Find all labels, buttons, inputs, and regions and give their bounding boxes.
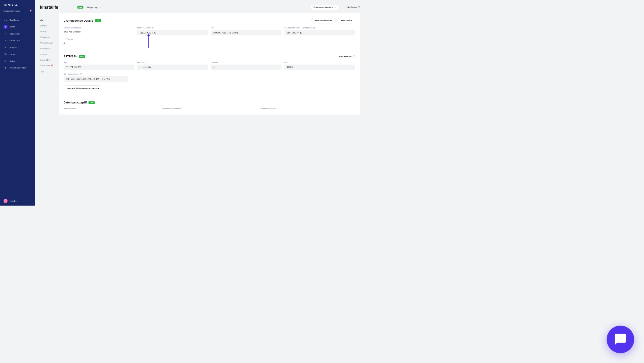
notifications-bell-icon[interactable] bbox=[29, 10, 31, 12]
subnav-info[interactable]: Info bbox=[35, 17, 59, 23]
svg-point-5 bbox=[5, 67, 6, 68]
live-badge: LIVE bbox=[95, 19, 101, 22]
migrations-icon bbox=[4, 32, 8, 36]
subnav-backups[interactable]: Backups bbox=[35, 28, 59, 34]
learn-more-link[interactable]: Mehr erfahren? bbox=[339, 55, 355, 57]
environment-actions-button[interactable]: Environment actions bbox=[310, 4, 340, 10]
password-label: Passwort bbox=[211, 61, 281, 63]
users-icon bbox=[4, 59, 8, 63]
nav-nutzer[interactable]: Nutzer bbox=[0, 58, 35, 64]
company-name: Awesome Company bbox=[4, 10, 20, 12]
main-nav: Dashboard Seiten Migrationen Kinsta DNS … bbox=[0, 15, 35, 196]
site-ip-label: Seiten IP Adresse? bbox=[137, 27, 208, 29]
subnav-ip-deny[interactable]: IP Deny bbox=[35, 51, 59, 57]
help-center-link[interactable]: Hilfe-Center? bbox=[346, 6, 360, 8]
svg-point-0 bbox=[5, 40, 5, 40]
main-sidebar: KINSTA Awesome Company Dashboard Seiten … bbox=[0, 0, 35, 206]
user-menu[interactable]: John Doe bbox=[0, 196, 35, 205]
nav-dashboard[interactable]: Dashboard bbox=[0, 17, 35, 23]
site-dropdown[interactable] bbox=[61, 6, 66, 8]
ssh-cmd-label: SSH Terminal Befehl? bbox=[64, 73, 128, 75]
chat-fab[interactable] bbox=[607, 326, 634, 353]
nav-analytics[interactable]: Analytics bbox=[0, 44, 35, 51]
location-value: Iowa (US Central) bbox=[64, 30, 134, 33]
nav-seiten[interactable]: Seiten bbox=[0, 23, 35, 30]
rename-site-button[interactable]: Seite umbenennen bbox=[311, 18, 336, 23]
home-icon bbox=[4, 18, 8, 22]
content: Grundlegende Details LIVE Seite umbenenn… bbox=[59, 13, 365, 206]
main-area: kinstalife LIVE Umgebung Environment act… bbox=[35, 0, 365, 206]
info-icon[interactable]: ? bbox=[313, 27, 315, 29]
username-value[interactable]: kinstalife bbox=[137, 65, 208, 70]
analytics-icon bbox=[4, 45, 8, 49]
site-subnav: Info Domains Backups Werkzeuge Weiterlei… bbox=[35, 13, 59, 206]
live-badge: LIVE bbox=[89, 101, 95, 104]
subnav-domains[interactable]: Domains bbox=[35, 23, 59, 29]
db-title: Datenbankzugriff bbox=[64, 101, 87, 104]
ssh-cmd-value[interactable]: ssh kinstalife@35.224.70.159 -p 47780 bbox=[64, 76, 128, 82]
site-title: kinstalife bbox=[40, 5, 58, 10]
svg-rect-3 bbox=[6, 54, 6, 55]
db-user-label: Datenbank Benutzername bbox=[162, 108, 257, 110]
subnav-kinsta-cdn[interactable]: Kinsta CDN bbox=[35, 57, 59, 63]
username-label: Nutzername bbox=[137, 61, 208, 63]
dns-icon bbox=[4, 39, 8, 43]
live-badge: LIVE bbox=[79, 55, 85, 58]
eye-icon bbox=[4, 66, 8, 70]
svg-point-1 bbox=[6, 41, 7, 41]
subnav-wp-plugins[interactable]: WP-Plugins bbox=[35, 46, 59, 51]
port-label: Port bbox=[284, 61, 355, 63]
host-label: Host bbox=[64, 61, 134, 63]
info-icon[interactable]: ? bbox=[80, 73, 82, 75]
env-dropdown[interactable]: Umgebung bbox=[87, 6, 101, 9]
path-value[interactable]: /www/kinstalife_268/p bbox=[211, 30, 281, 35]
svg-point-4 bbox=[5, 60, 6, 61]
logo: KINSTA bbox=[4, 3, 31, 7]
subnav-kinsta-apm[interactable]: Kinsta APM 📌 bbox=[35, 63, 59, 68]
nav-migrationen[interactable]: Migrationen bbox=[0, 30, 35, 37]
db-name-label: Datenbankname bbox=[64, 108, 159, 110]
chat-icon bbox=[614, 333, 627, 346]
info-icon[interactable]: ? bbox=[151, 27, 153, 29]
env-badge: LIVE bbox=[77, 6, 83, 9]
label-site-button[interactable]: Seite labeln bbox=[337, 18, 355, 23]
subnav-werkzeuge[interactable]: Werkzeuge bbox=[35, 34, 59, 40]
svg-rect-2 bbox=[5, 53, 6, 55]
pin-icon: 📌 bbox=[51, 64, 53, 67]
sites-icon bbox=[4, 25, 8, 29]
port-value[interactable]: 47780 bbox=[284, 65, 355, 70]
company-icon bbox=[4, 52, 8, 56]
nav-dns[interactable]: Kinsta DNS bbox=[0, 37, 35, 44]
php-worker-label: PHP Worker bbox=[64, 38, 134, 40]
annotation-arrow bbox=[148, 35, 149, 48]
ext-ip-label: IP-Adresse für externe Verbindungen? bbox=[284, 27, 355, 29]
password-value[interactable]: •••• bbox=[211, 65, 281, 70]
sftp-title: SFTP/SSH bbox=[64, 55, 77, 58]
nav-firma[interactable]: Firma bbox=[0, 51, 35, 58]
path-label: Pfad bbox=[211, 27, 281, 29]
chevron-up-icon bbox=[30, 200, 31, 202]
db-pass-label: Datenbank Passwort bbox=[260, 108, 355, 110]
host-value[interactable]: 35.224.70.159 bbox=[64, 65, 134, 70]
ext-ip-value[interactable]: 104.198.76.12 bbox=[284, 30, 355, 35]
subnav-logs[interactable]: Logs bbox=[35, 68, 59, 74]
info-icon: ? bbox=[353, 55, 355, 57]
new-sftp-password-button[interactable]: Neues SFTP-Passwort generieren bbox=[64, 85, 102, 91]
subnav-weiterleitungen[interactable]: Weiterleitungen bbox=[35, 40, 59, 46]
location-label: Standort / Datencenter bbox=[64, 27, 134, 29]
avatar bbox=[4, 199, 8, 203]
help-icon: ? bbox=[358, 6, 360, 8]
php-worker-value: 4 bbox=[64, 41, 134, 45]
basic-details-title: Grundlegende Details bbox=[64, 19, 93, 22]
nav-activity-log[interactable]: Aktivitätenprotokoll bbox=[0, 64, 35, 71]
topbar: kinstalife LIVE Umgebung Environment act… bbox=[35, 0, 365, 13]
